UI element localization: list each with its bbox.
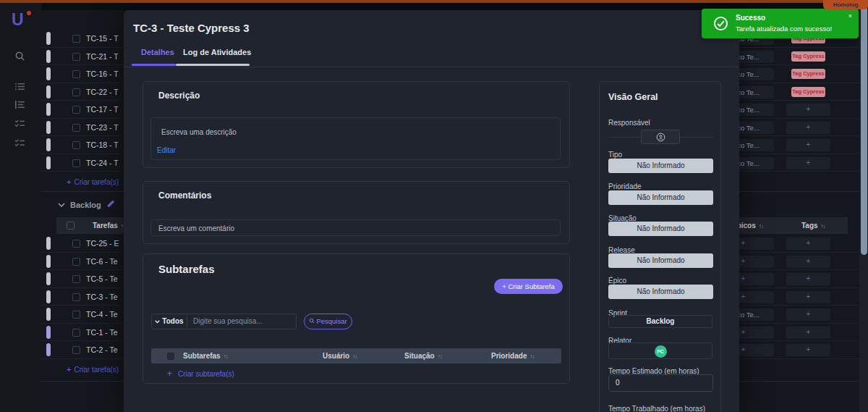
backlog-section-header[interactable]: Backlog <box>58 200 115 210</box>
subtarefa-column-header-prioridade[interactable]: Prioridade↑↓ <box>491 348 534 364</box>
add-tag-button[interactable]: + <box>786 256 830 268</box>
assign-user-button[interactable] <box>641 130 680 144</box>
drag-handle-bar <box>46 67 51 80</box>
select-all-checkbox[interactable] <box>67 222 75 230</box>
editar-link[interactable]: Editar <box>157 146 176 154</box>
add-tag-button[interactable]: + <box>786 122 830 134</box>
tag-badge[interactable]: Tag Cypress <box>791 69 825 79</box>
subtarefa-column-header-usuário[interactable]: Usuário↑↓ <box>323 348 357 364</box>
sort-icon: ↑↓ <box>529 353 534 360</box>
tag-badge[interactable]: Tag Cypress <box>791 51 825 62</box>
task-label[interactable]: TC-17 - T <box>86 101 119 119</box>
comentario-input[interactable]: Escreva um comentário <box>150 219 561 236</box>
row-checkbox[interactable] <box>72 240 80 248</box>
list-icon[interactable] <box>14 81 25 92</box>
sort-icon: ↑↓ <box>352 353 357 360</box>
row-checkbox[interactable] <box>72 35 80 43</box>
criar-subtarefa-link[interactable]: +Criar subtarefa(s) <box>167 369 234 379</box>
row-checkbox[interactable] <box>72 329 80 337</box>
task-label[interactable]: TC-15 - T <box>86 30 119 48</box>
task-label[interactable]: TC-4 - Te <box>86 306 118 324</box>
subtarefas-table-header: Subtarefas↑↓Usuário↑↓Situação↑↓Prioridad… <box>151 348 561 363</box>
plus-icon: + <box>67 365 71 374</box>
subtarefa-search-input[interactable]: Digite sua pesquisa... <box>187 314 297 329</box>
task-label[interactable]: TC-24 - T <box>86 154 119 172</box>
subtarefa-column-header-subtarefas[interactable]: Subtarefas↑↓ <box>183 348 228 364</box>
responsavel-picker[interactable] <box>608 130 713 144</box>
tab-detalhes[interactable]: Detalhes <box>141 48 174 56</box>
app-logo-icon[interactable]: U <box>12 10 30 30</box>
drag-handle-bar <box>46 326 51 339</box>
row-checkbox[interactable] <box>72 159 80 167</box>
app-screen: Homolog U T <box>0 0 868 412</box>
tag-badge[interactable]: Tag Cypress <box>791 87 825 97</box>
check-circle-icon <box>713 16 728 31</box>
sort-icon: ↑↓ <box>224 353 228 360</box>
row-checkbox[interactable] <box>72 106 80 114</box>
row-checkbox[interactable] <box>72 124 80 132</box>
task-label[interactable]: TC-5 - Te <box>86 270 118 288</box>
task-label[interactable]: TC-3 - Te <box>86 288 118 306</box>
task-detail-modal: TC-3 - Teste Cypress 3 Detalhes Log de A… <box>124 10 739 412</box>
drag-handle-bar <box>46 272 51 285</box>
descricao-placeholder: Escreva uma descrição <box>161 128 237 136</box>
row-checkbox[interactable] <box>72 311 80 319</box>
add-tag-button[interactable]: + <box>786 139 830 151</box>
row-checkbox[interactable] <box>72 275 80 283</box>
task-check-icon[interactable] <box>14 118 25 129</box>
add-tag-button[interactable]: + <box>786 308 830 321</box>
field-value-tipo[interactable]: Não Informado <box>608 159 713 173</box>
select-all-checkbox[interactable] <box>167 353 174 360</box>
criar-subtarefa-button[interactable]: + Criar Subtarefa <box>494 279 563 294</box>
task-label[interactable]: TC-18 - T <box>86 136 119 154</box>
create-task-link-backlog[interactable]: +Criar tarefa(s) <box>67 365 119 374</box>
field-input-tempo-estimado-em-horas-[interactable]: 0 <box>608 374 713 392</box>
subtarefas-heading: Subtarefas <box>158 263 215 275</box>
task-label[interactable]: TC-1 - Te <box>86 324 118 342</box>
add-tag-button[interactable]: + <box>786 273 830 285</box>
toast-close-icon[interactable]: × <box>848 12 852 20</box>
add-tag-button[interactable]: + <box>786 237 830 250</box>
modal-title: TC-3 - Teste Cypress 3 <box>133 22 250 34</box>
search-icon[interactable] <box>14 51 25 62</box>
create-task-link[interactable]: +Criar tarefa(s) <box>67 177 119 186</box>
row-checkbox[interactable] <box>72 293 80 301</box>
scrollbar-thumb[interactable] <box>861 6 867 255</box>
task-label[interactable]: TC-22 - T <box>86 83 119 101</box>
field-value--pico[interactable]: Não Informado <box>608 285 713 299</box>
subtarefa-column-header-situação[interactable]: Situação↑↓ <box>404 348 442 364</box>
backlog-list-icon[interactable] <box>14 99 25 110</box>
add-tag-button[interactable]: + <box>786 344 830 356</box>
tab-log-de-atividades[interactable]: Log de Atividades <box>183 48 251 56</box>
task-label[interactable]: TC-2 - Te <box>86 341 118 359</box>
field-value-prioridade[interactable]: Não Informado <box>608 190 713 205</box>
column-header-tarefas[interactable]: Tarefas↑↓ <box>93 217 125 235</box>
field-value-release[interactable]: Não Informado <box>608 253 713 268</box>
page-scrollbar[interactable] <box>859 0 868 412</box>
row-checkbox[interactable] <box>72 346 80 354</box>
row-checkbox[interactable] <box>72 70 80 78</box>
task-label[interactable]: TC-25 - E <box>86 235 119 253</box>
descricao-heading: Descrição <box>158 91 200 101</box>
descricao-editor[interactable]: Escreva uma descrição Editar <box>150 117 561 160</box>
task-label[interactable]: TC-23 - T <box>86 119 119 137</box>
row-checkbox[interactable] <box>72 258 80 266</box>
relator-field[interactable]: PC <box>608 342 712 359</box>
filter-dropdown[interactable]: Todos <box>151 314 187 329</box>
edit-pencil-icon[interactable] <box>106 201 115 209</box>
add-tag-button[interactable]: + <box>786 157 830 169</box>
add-tag-button[interactable]: + <box>786 291 830 303</box>
task-label[interactable]: TC-6 - Te <box>86 253 118 271</box>
pesquisar-button[interactable]: Pesquisar <box>304 314 352 329</box>
task-label[interactable]: TC-21 - T <box>86 48 119 66</box>
row-checkbox[interactable] <box>72 53 80 61</box>
task-label[interactable]: TC-16 - T <box>86 65 119 83</box>
field-value-sprint[interactable]: Backlog <box>608 315 712 328</box>
add-tag-button[interactable]: + <box>786 104 830 116</box>
row-checkbox[interactable] <box>72 141 80 149</box>
row-checkbox[interactable] <box>72 88 80 96</box>
subtask-check-icon[interactable] <box>14 138 25 148</box>
add-tag-button[interactable]: + <box>786 327 830 339</box>
field-value-situa-o[interactable]: Não Informado <box>608 222 713 236</box>
column-header-tags[interactable]: Tags↑↓ <box>801 217 825 235</box>
